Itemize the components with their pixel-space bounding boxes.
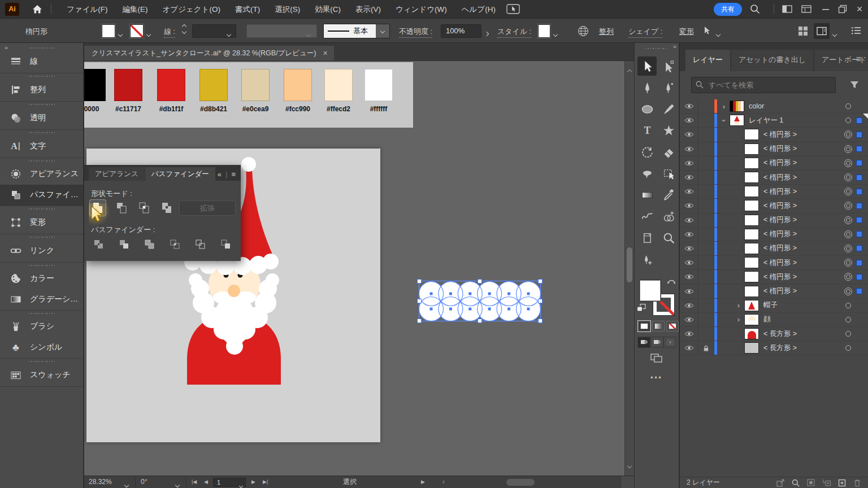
- transform-button[interactable]: 変形: [679, 27, 694, 37]
- lock-cell[interactable]: [698, 99, 714, 113]
- shape-mode-exclude-button[interactable]: [159, 200, 175, 216]
- tab-pathfinder[interactable]: パスファインダー: [145, 167, 215, 181]
- search-input[interactable]: [691, 77, 836, 93]
- opacity-expand-icon[interactable]: [484, 32, 489, 36]
- style-label[interactable]: スタイル :: [497, 27, 531, 38]
- menu-オブジェクト(O)[interactable]: オブジェクト(O): [155, 0, 228, 19]
- layer-thumbnail-white[interactable]: [744, 129, 759, 140]
- tab-appearance[interactable]: アピアランス: [89, 167, 145, 181]
- selection-indicator[interactable]: [856, 203, 862, 209]
- dock-item-スウォッチ[interactable]: スウォッチ: [0, 364, 83, 386]
- layer-row-11[interactable]: < 楕円形 >: [680, 256, 868, 270]
- layer-name[interactable]: < 楕円形 >: [763, 130, 797, 140]
- fill-color-indicator[interactable]: [640, 280, 661, 301]
- drag-handle[interactable]: [0, 263, 83, 268]
- target-icon[interactable]: [844, 216, 852, 224]
- opacity-value[interactable]: 100%: [441, 24, 481, 38]
- lock-cell[interactable]: [698, 242, 714, 255]
- drag-handle[interactable]: [0, 130, 83, 135]
- layer-row-13[interactable]: < 楕円形 >: [680, 284, 868, 298]
- layer-thumbnail-gray[interactable]: [744, 342, 759, 354]
- shape-mode-minus-front-button[interactable]: [114, 200, 129, 216]
- target-icon[interactable]: [845, 117, 851, 123]
- isolate-selection-icon[interactable]: [702, 26, 711, 35]
- status-tool-name[interactable]: 選択: [288, 476, 412, 488]
- shape-builder-tool-icon[interactable]: [659, 207, 678, 226]
- lock-cell[interactable]: [698, 185, 714, 198]
- arrange-documents-icon[interactable]: [801, 5, 811, 13]
- layer-name[interactable]: < 楕円形 >: [763, 243, 797, 253]
- drag-handle[interactable]: [0, 359, 83, 364]
- lock-cell[interactable]: [698, 142, 714, 156]
- new-sublayer-icon[interactable]: [822, 479, 831, 487]
- layer-row-17[interactable]: < 長方形 >: [680, 341, 868, 355]
- lock-cell[interactable]: [698, 327, 714, 341]
- edit-toolbar-icon[interactable]: •••: [635, 374, 679, 382]
- scroll-down-icon[interactable]: [627, 464, 632, 468]
- layer-row-4[interactable]: < 楕円形 >: [680, 156, 868, 171]
- drag-handle[interactable]: [0, 311, 83, 316]
- expand-arrow-icon[interactable]: ›: [718, 102, 730, 111]
- rotation-dropdown-icon[interactable]: [175, 483, 180, 487]
- eye-visibility-icon[interactable]: [680, 228, 698, 241]
- target-icon[interactable]: [845, 303, 851, 308]
- touch-workspace-icon[interactable]: [506, 3, 520, 15]
- layer-thumbnail-white[interactable]: [744, 215, 759, 226]
- selection-tool-icon[interactable]: [637, 56, 657, 76]
- dock-item-線[interactable]: 線: [0, 50, 83, 73]
- layer-name[interactable]: < 楕円形 >: [763, 229, 797, 239]
- eye-visibility-icon[interactable]: [680, 128, 698, 141]
- layer-row-16[interactable]: < 長方形 >: [680, 327, 868, 341]
- document-setup-globe-icon[interactable]: [578, 25, 589, 37]
- layer-thumbnail-white[interactable]: [744, 158, 759, 169]
- layer-name[interactable]: < 楕円形 >: [763, 187, 797, 197]
- layer-thumbnail-body[interactable]: [744, 328, 759, 339]
- layer-row-15[interactable]: ›顔: [680, 313, 868, 327]
- selection-indicator[interactable]: [856, 189, 862, 195]
- layer-thumbnail-white[interactable]: [744, 286, 759, 297]
- eye-visibility-icon[interactable]: [680, 142, 698, 156]
- brush-dropdown-icon[interactable]: [380, 29, 385, 33]
- layer-name[interactable]: < 楕円形 >: [763, 144, 797, 154]
- properties-panel-icon[interactable]: [814, 23, 830, 39]
- pathfinder-trim-button[interactable]: [117, 237, 132, 252]
- lock-cell[interactable]: [698, 228, 714, 241]
- artboard-number-box[interactable]: 1: [213, 478, 246, 487]
- layer-thumbnail-white[interactable]: [744, 143, 759, 155]
- selection-indicator[interactable]: [856, 175, 862, 181]
- layer-name[interactable]: 顔: [763, 315, 771, 324]
- dock-item-文字[interactable]: A文字: [0, 135, 83, 158]
- eye-visibility-icon[interactable]: [680, 270, 698, 284]
- dock-item-グラデーション[interactable]: グラデーション: [0, 289, 83, 311]
- type-tool-icon[interactable]: T: [637, 121, 657, 140]
- layer-thumbnail-white[interactable]: [744, 200, 759, 211]
- direct-selection-tool-icon[interactable]: [659, 56, 678, 76]
- layer-row-1[interactable]: ›レイヤー 1: [680, 114, 868, 128]
- selected-artwork[interactable]: [417, 279, 542, 323]
- selection-indicator[interactable]: [856, 117, 862, 124]
- target-icon[interactable]: [844, 173, 852, 181]
- stroke-weight-dropdown-icon[interactable]: [227, 32, 231, 37]
- add-anchor-point-tool-icon[interactable]: [637, 250, 657, 269]
- layer-row-3[interactable]: < 楕円形 >: [680, 142, 868, 156]
- eye-visibility-icon[interactable]: [680, 171, 698, 184]
- dock-item-透明[interactable]: 透明: [0, 107, 83, 129]
- layer-name[interactable]: < 楕円形 >: [763, 215, 797, 225]
- drag-handle[interactable]: [0, 45, 83, 50]
- target-icon[interactable]: [844, 230, 852, 238]
- document-tab[interactable]: クリスマスイラスト_サンタクロース.ai* @ 28.32 %(RGB/プレビュ…: [84, 46, 334, 60]
- dock-item-カラー[interactable]: カラー: [0, 268, 83, 289]
- target-icon[interactable]: [844, 130, 852, 138]
- style-swatch[interactable]: [538, 24, 550, 38]
- gradient-tool-icon[interactable]: [637, 185, 657, 204]
- menu-編集(E)[interactable]: 編集(E): [115, 0, 155, 19]
- eye-visibility-icon[interactable]: [680, 213, 698, 227]
- layer-thumbnail-face[interactable]: [744, 314, 759, 325]
- scroll-up-icon[interactable]: [627, 69, 632, 74]
- style-dropdown-icon[interactable]: [553, 32, 558, 37]
- list-view-icon[interactable]: [851, 26, 861, 35]
- eye-visibility-icon[interactable]: [680, 99, 698, 113]
- lock-cell[interactable]: [698, 156, 714, 170]
- width-tool-icon[interactable]: [637, 207, 657, 226]
- lock-cell[interactable]: [698, 213, 714, 227]
